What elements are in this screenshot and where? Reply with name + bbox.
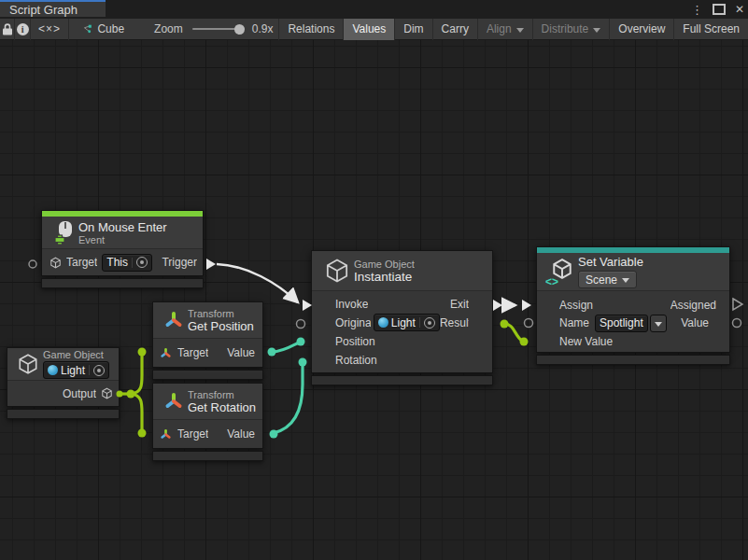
title-bar: Script Graph ⋮ ✕	[0, 0, 748, 19]
position-port-label: Position	[335, 335, 375, 348]
transform-icon	[163, 310, 184, 330]
transform-icon	[160, 347, 172, 359]
node-title: On Mouse Enter	[78, 220, 167, 234]
original-value: Light	[391, 316, 416, 329]
node-footer	[41, 278, 204, 288]
scope-value: Scene	[586, 273, 617, 287]
object-picker-icon[interactable]	[136, 257, 148, 268]
align-dropdown[interactable]: Align	[478, 19, 532, 40]
distribute-dropdown[interactable]: Distribute	[533, 19, 610, 40]
node-get-position[interactable]: Transform Get Position Target Value	[152, 301, 263, 380]
fullscreen-button[interactable]: Full Screen	[674, 19, 748, 40]
object-value: Light	[61, 364, 85, 377]
transform-icon	[163, 391, 184, 412]
name-port-label: Name	[559, 316, 589, 329]
code-icon: <×>	[38, 22, 61, 35]
node-title: Get Rotation	[188, 400, 256, 414]
mouse-add-icon	[52, 220, 75, 245]
node-footer	[536, 355, 730, 365]
graph-icon	[82, 21, 92, 36]
window-controls: ⋮ ✕	[691, 0, 744, 19]
info-button[interactable]: i	[15, 19, 29, 40]
maximize-icon[interactable]	[713, 4, 726, 15]
field-divider	[419, 317, 420, 328]
game-object-icon	[324, 258, 350, 284]
light-icon	[378, 317, 388, 328]
align-label: Align	[487, 22, 512, 35]
field-divider	[89, 365, 90, 375]
node-instantiate[interactable]: Game Object Instantiate Invoke Exit Orig…	[311, 250, 493, 385]
node-title: Get Position	[188, 319, 254, 333]
zoom-slider[interactable]	[192, 28, 245, 30]
lock-button[interactable]	[0, 19, 14, 40]
chevron-down-icon	[516, 28, 524, 33]
tab-script-graph[interactable]: Script Graph	[0, 0, 106, 17]
values-button[interactable]: Values	[344, 19, 394, 40]
node-footer	[311, 375, 493, 385]
light-icon	[48, 365, 58, 375]
target-value-field[interactable]: This	[102, 254, 152, 272]
chevron-down-icon	[593, 28, 600, 33]
invoke-port-label: Invoke	[335, 298, 368, 311]
node-footer	[152, 451, 263, 461]
assigned-port-label: Assigned	[670, 299, 716, 312]
exit-port-label: Exit	[450, 298, 469, 311]
object-value-field[interactable]: Light	[43, 361, 109, 379]
dim-button[interactable]: Dim	[395, 19, 431, 40]
carry-button[interactable]: Carry	[433, 19, 477, 40]
variable-name-dropdown[interactable]	[650, 315, 667, 332]
node-footer	[7, 409, 120, 419]
node-title: Game Object	[43, 349, 109, 360]
node-category: Game Object	[354, 259, 415, 270]
info-icon: i	[17, 23, 29, 35]
target-port-label: Target	[66, 256, 97, 269]
node-title: Instantiate	[354, 270, 415, 284]
overview-button[interactable]: Overview	[610, 19, 673, 40]
value-port-label: Value	[681, 316, 709, 329]
original-port-label: Original	[335, 316, 371, 329]
node-title: Set Variable	[578, 255, 643, 269]
target-port-label: Target	[177, 346, 208, 359]
assign-port-label: Assign	[559, 299, 593, 312]
node-game-object-light[interactable]: Game Object Light Output	[7, 347, 120, 419]
more-menu-icon[interactable]: ⋮	[691, 3, 703, 17]
code-preview-button[interactable]: <×>	[31, 19, 69, 40]
target-port-label: Target	[177, 427, 208, 441]
new-value-port-label: New Value	[559, 335, 613, 348]
node-get-rotation[interactable]: Transform Get Rotation Target Value	[152, 383, 263, 461]
relations-button[interactable]: Relations	[279, 19, 343, 40]
graph-breadcrumb[interactable]: Cube	[97, 22, 124, 35]
original-value-field[interactable]: Light	[374, 314, 440, 331]
variable-name-value: Spotlight	[600, 316, 643, 329]
distribute-label: Distribute	[542, 22, 589, 35]
output-port-label: Output	[63, 387, 96, 400]
target-value: This	[106, 256, 128, 269]
game-object-icon	[101, 387, 113, 399]
node-footer	[152, 370, 263, 380]
toolbar-separator	[68, 19, 69, 40]
game-object-icon	[49, 257, 62, 269]
variable-scope-dropdown[interactable]: Scene	[578, 271, 637, 288]
object-picker-icon[interactable]	[424, 317, 435, 329]
value-port-label: Value	[227, 346, 255, 359]
chevron-down-icon	[655, 322, 662, 327]
zoom-value: 0.9x	[252, 22, 274, 35]
node-set-variable[interactable]: <> Set Variable Scene Assign Assigned Na…	[536, 246, 730, 365]
object-picker-icon[interactable]	[93, 365, 105, 376]
chevron-down-icon	[622, 278, 629, 283]
variable-name-field[interactable]: Spotlight	[595, 315, 648, 332]
transform-icon	[160, 428, 172, 441]
trigger-port-label: Trigger	[162, 256, 197, 269]
zoom-label: Zoom	[154, 22, 183, 35]
close-icon[interactable]: ✕	[735, 3, 744, 16]
node-on-mouse-enter[interactable]: On Mouse Enter Event Target This Trigger	[41, 210, 204, 288]
node-subtitle: Event	[78, 234, 167, 245]
node-category: Transform	[188, 308, 254, 319]
game-object-icon	[17, 353, 39, 375]
zoom-slider-handle[interactable]	[234, 24, 245, 35]
node-category: Transform	[188, 389, 256, 400]
value-port-label: Value	[227, 427, 255, 441]
variable-code-icon: <>	[545, 275, 558, 288]
rotation-port-label: Rotation	[335, 354, 377, 367]
lock-icon	[2, 23, 13, 35]
